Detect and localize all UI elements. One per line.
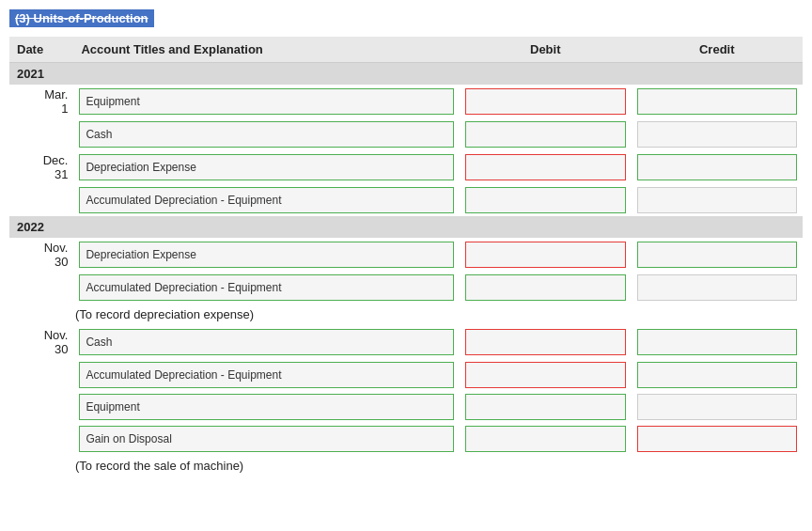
credit-input[interactable] (637, 187, 798, 213)
account-cell (73, 85, 460, 118)
debit-cell (460, 184, 631, 216)
account-input[interactable] (79, 154, 454, 180)
credit-cell (632, 423, 804, 455)
table-row: Nov.30 (9, 238, 803, 272)
date-cell (9, 118, 73, 150)
credit-cell (632, 391, 804, 423)
debit-cell (460, 238, 631, 272)
credit-cell (632, 325, 804, 359)
account-input[interactable] (79, 242, 454, 268)
debit-input[interactable] (465, 274, 625, 301)
credit-input[interactable] (637, 121, 798, 148)
table-row (9, 391, 803, 423)
account-input[interactable] (79, 274, 454, 301)
debit-input[interactable] (465, 394, 625, 420)
table-row (9, 118, 803, 150)
credit-input[interactable] (637, 274, 798, 301)
header-account: Account Titles and Explanation (73, 37, 460, 63)
credit-cell (632, 118, 804, 150)
account-cell (73, 150, 460, 184)
debit-cell (460, 325, 631, 359)
debit-cell (460, 423, 631, 455)
account-cell (73, 118, 460, 150)
debit-input[interactable] (465, 154, 625, 180)
debit-input[interactable] (465, 426, 625, 452)
debit-input[interactable] (465, 329, 625, 355)
date-cell: Nov.30 (9, 238, 73, 272)
date-cell: Nov.30 (9, 325, 73, 359)
credit-cell (632, 184, 804, 216)
table-row: Nov.30 (9, 325, 803, 359)
account-cell (73, 359, 460, 391)
date-cell (9, 359, 73, 391)
date-cell (9, 423, 73, 455)
debit-cell (460, 359, 631, 391)
date-cell (9, 391, 73, 423)
debit-input[interactable] (465, 187, 625, 213)
account-input[interactable] (79, 88, 454, 115)
account-input[interactable] (79, 362, 454, 388)
debit-input[interactable] (465, 242, 625, 268)
year-row: 2021 (9, 63, 803, 86)
credit-input[interactable] (637, 154, 798, 180)
account-cell (73, 325, 460, 359)
credit-cell (632, 150, 804, 184)
credit-cell (632, 272, 804, 304)
note-row: (To record the sale of machine) (9, 455, 803, 476)
account-cell (73, 238, 460, 272)
account-input[interactable] (79, 426, 454, 452)
credit-input[interactable] (637, 329, 798, 355)
account-cell (73, 423, 460, 455)
account-input[interactable] (79, 187, 454, 213)
table-row: Mar.1 (9, 85, 803, 118)
credit-input[interactable] (637, 88, 798, 115)
note-row: (To record depreciation expense) (9, 304, 803, 325)
debit-input[interactable] (465, 88, 625, 115)
account-cell (73, 272, 460, 304)
credit-cell (632, 238, 804, 272)
date-cell (9, 272, 73, 304)
debit-cell (460, 150, 631, 184)
header-debit: Debit (460, 37, 631, 63)
table-row (9, 359, 803, 391)
account-cell (73, 391, 460, 423)
table-row (9, 423, 803, 455)
title-bar: (3) Units-of-Production (9, 9, 154, 27)
credit-input[interactable] (637, 426, 798, 452)
account-cell (73, 184, 460, 216)
table-row (9, 272, 803, 304)
account-input[interactable] (79, 121, 454, 148)
header-credit: Credit (632, 37, 804, 63)
year-row: 2022 (9, 216, 803, 238)
account-input[interactable] (79, 329, 454, 355)
table-row (9, 184, 803, 216)
header-date: Date (9, 37, 73, 63)
debit-cell (460, 85, 631, 118)
credit-input[interactable] (637, 362, 798, 388)
credit-input[interactable] (637, 242, 798, 268)
credit-cell (632, 359, 804, 391)
debit-cell (460, 272, 631, 304)
date-cell: Mar.1 (9, 85, 73, 118)
journal-table: Date Account Titles and Explanation Debi… (9, 37, 803, 476)
date-cell: Dec.31 (9, 150, 73, 184)
debit-cell (460, 118, 631, 150)
credit-input[interactable] (637, 394, 798, 420)
date-cell (9, 184, 73, 216)
account-input[interactable] (79, 394, 454, 420)
debit-input[interactable] (465, 362, 625, 388)
debit-cell (460, 391, 631, 423)
credit-cell (632, 85, 804, 118)
table-row: Dec.31 (9, 150, 803, 184)
debit-input[interactable] (465, 121, 625, 148)
